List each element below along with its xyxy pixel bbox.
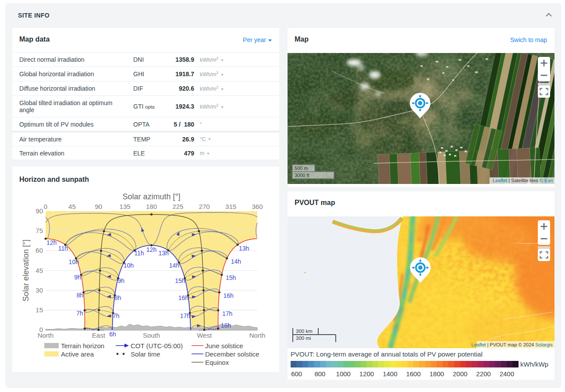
- svg-text:15h: 15h: [175, 277, 185, 284]
- svg-text:14h: 14h: [231, 258, 241, 265]
- svg-text:13h: 13h: [158, 250, 168, 257]
- svg-text:18h: 18h: [221, 322, 231, 329]
- svg-text:135: 135: [120, 203, 131, 210]
- svg-text:10h: 10h: [69, 258, 79, 265]
- svg-text:8h: 8h: [114, 294, 121, 301]
- svg-text:3000 ft: 3000 ft: [295, 173, 309, 178]
- svg-text:14h: 14h: [169, 262, 179, 269]
- svg-text:315: 315: [225, 203, 236, 210]
- svg-text:Solar azimuth [°]: Solar azimuth [°]: [122, 192, 180, 201]
- svg-text:17h: 17h: [180, 312, 190, 319]
- svg-text:17h: 17h: [222, 310, 232, 317]
- svg-text:Solar elevation [°]: Solar elevation [°]: [21, 240, 30, 301]
- svg-text:10h: 10h: [124, 262, 134, 269]
- svg-text:Active area: Active area: [61, 350, 94, 358]
- svg-text:North: North: [38, 332, 54, 339]
- svg-text:11h: 11h: [134, 250, 144, 257]
- svg-text:COT (UTC-05:00): COT (UTC-05:00): [131, 342, 183, 350]
- svg-text:60: 60: [36, 247, 43, 254]
- svg-text:360: 360: [252, 203, 263, 210]
- svg-text:Leaflet | Satellite tiles © Es: Leaflet | Satellite tiles © Esri: [493, 178, 553, 183]
- svg-text:270: 270: [199, 203, 210, 210]
- svg-text:June solstice: June solstice: [205, 342, 243, 350]
- svg-text:East: East: [92, 332, 106, 339]
- svg-text:Leaflet | PVOUT map © 2024 Sol: Leaflet | PVOUT map © 2024 Solargis: [471, 342, 553, 347]
- svg-text:300 mi: 300 mi: [296, 335, 311, 341]
- svg-text:180: 180: [146, 203, 157, 210]
- svg-text:7h: 7h: [113, 312, 120, 319]
- svg-text:Equinox: Equinox: [205, 359, 229, 366]
- svg-text:90: 90: [36, 207, 43, 215]
- svg-text:North: North: [249, 332, 266, 339]
- svg-text:90: 90: [95, 203, 102, 210]
- svg-text:30: 30: [36, 286, 43, 294]
- svg-text:225: 225: [172, 203, 183, 210]
- svg-text:South: South: [143, 332, 160, 339]
- svg-text:Terrain horizon: Terrain horizon: [61, 342, 104, 350]
- svg-text:16h: 16h: [223, 292, 233, 299]
- svg-text:December solstice: December solstice: [205, 350, 259, 358]
- svg-text:300 km: 300 km: [296, 328, 313, 334]
- svg-text:0: 0: [44, 203, 47, 210]
- svg-text:Solar time: Solar time: [131, 350, 160, 358]
- svg-text:9h: 9h: [74, 274, 81, 281]
- svg-text:16h: 16h: [178, 294, 188, 301]
- svg-text:13h: 13h: [239, 245, 249, 252]
- svg-text:12h: 12h: [46, 239, 57, 246]
- svg-text:15: 15: [36, 306, 43, 314]
- svg-text:15h: 15h: [226, 274, 236, 281]
- svg-text:11h: 11h: [58, 245, 68, 252]
- svg-text:9h: 9h: [117, 277, 124, 284]
- svg-text:8h: 8h: [77, 292, 84, 299]
- svg-text:12h: 12h: [146, 246, 156, 253]
- svg-text:West: West: [197, 332, 212, 339]
- svg-text:7h: 7h: [76, 310, 83, 317]
- svg-text:75: 75: [36, 227, 43, 234]
- svg-text:45: 45: [68, 203, 76, 210]
- svg-text:45: 45: [36, 267, 43, 274]
- svg-text:500 m: 500 m: [295, 166, 308, 171]
- svg-text:6h: 6h: [109, 331, 116, 338]
